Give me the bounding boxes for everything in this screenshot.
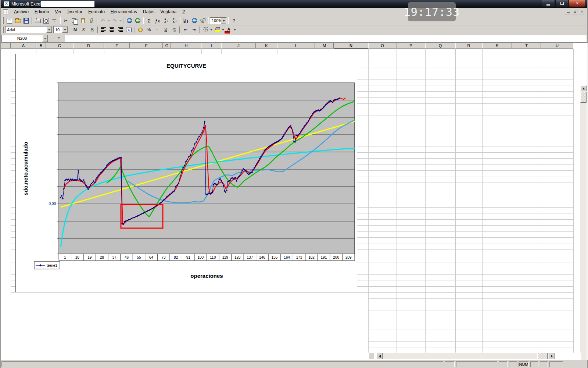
scroll-left-button[interactable] [376, 353, 383, 359]
vertical-scroll-thumb[interactable] [580, 92, 587, 103]
align-right-button[interactable] [116, 26, 125, 33]
align-center-button[interactable] [108, 26, 116, 33]
help-button[interactable]: ? [230, 17, 238, 25]
menu-edicin[interactable]: Edición [32, 8, 52, 15]
name-box[interactable]: N208 [1, 35, 43, 42]
map-button[interactable] [190, 17, 198, 25]
web-toolbar-button[interactable] [133, 17, 142, 25]
print-preview-button[interactable] [42, 17, 50, 25]
menu-datos[interactable]: Datos [140, 8, 157, 15]
column-header-O[interactable]: O [368, 43, 397, 49]
zoom-combo[interactable]: 100% [210, 17, 227, 24]
copy-button[interactable] [70, 17, 79, 25]
font-name-combo[interactable]: Arial [5, 26, 52, 33]
column-header-S[interactable]: S [482, 43, 512, 49]
decrease-decimal-button[interactable]: ,00+,0 [170, 26, 178, 33]
workbook-minimize-button[interactable] [565, 9, 571, 14]
column-header-B[interactable]: B [36, 43, 46, 49]
equity-curve-chart[interactable]: EQUITYCURVE11019283746556473829110011011… [15, 54, 357, 292]
menu-ventana[interactable]: Ventana [157, 8, 179, 15]
vertical-scrollbar[interactable] [580, 85, 587, 368]
menu-herramientas[interactable]: Herramientas [108, 8, 140, 15]
chart-wizard-button[interactable] [182, 17, 190, 25]
menu-insertar[interactable]: Insertar [64, 8, 85, 15]
column-header-H[interactable]: H [171, 43, 201, 49]
column-header-A[interactable]: A [11, 43, 36, 49]
workbook-restore-button[interactable] [572, 9, 578, 14]
font-size-combo[interactable]: 10 [53, 26, 68, 33]
tab-split-box[interactable] [369, 353, 374, 359]
toolbar-grip[interactable] [3, 17, 4, 24]
toolbar-grip[interactable] [3, 26, 4, 33]
insert-hyperlink-button[interactable] [125, 17, 133, 25]
increase-decimal-button[interactable]: +,0,00 [161, 26, 170, 33]
column-header-T[interactable]: T [512, 43, 541, 49]
drawing-button[interactable] [198, 17, 207, 25]
font-name-dropdown[interactable] [46, 26, 52, 33]
underline-button[interactable]: S [88, 26, 96, 33]
currency-style-button[interactable] [136, 26, 144, 33]
fill-color-button[interactable] [213, 26, 221, 33]
sort-descending-button[interactable]: ZA↓ [170, 17, 179, 25]
menu-archivo[interactable]: Archivo [11, 8, 32, 15]
decrease-indent-button[interactable]: ⇤ [181, 26, 190, 33]
align-left-button[interactable] [99, 26, 108, 33]
paste-button[interactable] [79, 17, 87, 25]
font-color-button[interactable]: A [225, 26, 233, 33]
increase-indent-button[interactable]: ⇥ [190, 26, 198, 33]
workbook-close-button[interactable]: × [579, 9, 585, 14]
column-header-F[interactable]: F [130, 43, 163, 49]
sort-ascending-button[interactable]: AZ↓ [162, 17, 170, 25]
font-color-dropdown[interactable] [233, 26, 236, 33]
redo-dropdown[interactable] [119, 17, 122, 25]
name-box-dropdown[interactable] [42, 35, 48, 42]
percent-style-button[interactable]: % [144, 26, 153, 33]
horizontal-scroll-thumb[interactable] [537, 353, 548, 359]
cell-grid[interactable]: EQUITYCURVE11019283746556473829110011011… [1, 49, 581, 358]
window-restore-button[interactable] [555, 0, 569, 7]
font-size-dropdown[interactable] [62, 26, 68, 33]
fill-color-dropdown[interactable] [221, 26, 225, 33]
autosum-button[interactable]: Σ [145, 17, 153, 25]
cut-button[interactable]: ✂ [62, 17, 70, 25]
merge-center-button[interactable]: a [125, 26, 133, 33]
column-header-I[interactable]: I [201, 43, 221, 49]
column-header-N[interactable]: N [334, 43, 368, 49]
edit-formula-button[interactable]: = [55, 35, 62, 42]
menu-ver[interactable]: Ver [52, 8, 64, 15]
menu-formato[interactable]: Formato [85, 8, 108, 15]
redo-button[interactable]: ↷ [110, 17, 119, 25]
print-button[interactable] [33, 17, 42, 25]
column-header-R[interactable]: R [455, 43, 482, 49]
column-header-M[interactable]: M [315, 43, 334, 49]
italic-button[interactable]: K [79, 26, 88, 33]
new-button[interactable] [5, 17, 14, 25]
column-header-J[interactable]: J [221, 43, 256, 49]
scroll-up-button[interactable] [580, 85, 587, 91]
column-header-G[interactable]: G [163, 43, 171, 49]
comma-style-button[interactable]: · [153, 26, 161, 33]
select-all-button[interactable] [1, 43, 11, 49]
window-close-button[interactable]: × [569, 0, 586, 7]
column-header-D[interactable]: D [73, 43, 104, 49]
undo-button[interactable]: ↶ [98, 17, 107, 25]
plot-area[interactable] [59, 83, 355, 254]
paste-function-button[interactable]: ƒx [153, 17, 162, 25]
spelling-button[interactable]: ABC✓ [50, 17, 59, 25]
window-minimize-button[interactable] [542, 0, 555, 7]
column-header-P[interactable]: P [397, 43, 425, 49]
save-button[interactable] [22, 17, 31, 25]
horizontal-scrollbar[interactable] [376, 353, 555, 359]
scroll-right-button[interactable] [549, 353, 555, 359]
column-header-L[interactable]: L [277, 43, 315, 49]
undo-dropdown[interactable] [107, 17, 110, 25]
borders-dropdown[interactable] [209, 26, 213, 33]
column-header-K[interactable]: K [256, 43, 277, 49]
format-painter-button[interactable] [87, 17, 96, 25]
column-header-U[interactable]: U [541, 43, 573, 49]
column-header-Q[interactable]: Q [425, 43, 455, 49]
column-header-C[interactable]: C [46, 43, 73, 49]
zoom-dropdown[interactable] [221, 18, 226, 24]
menu-?[interactable]: ? [179, 8, 188, 15]
column-header-E[interactable]: E [104, 43, 130, 49]
